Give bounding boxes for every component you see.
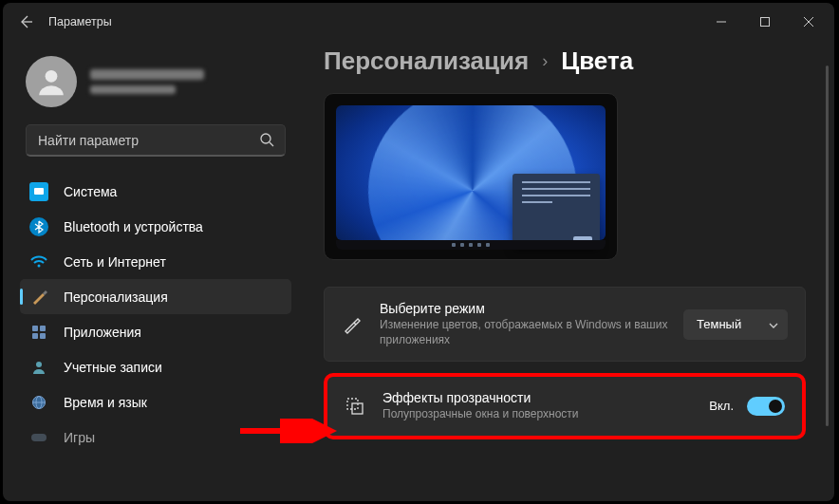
- globe-icon: [29, 393, 48, 412]
- svg-rect-7: [32, 333, 38, 339]
- svg-rect-5: [32, 326, 38, 331]
- transparency-card[interactable]: Эффекты прозрачности Полупрозрачные окна…: [324, 373, 806, 439]
- settings-window: Параметры: [3, 3, 834, 501]
- chevron-right-icon: ›: [542, 51, 548, 71]
- nav-personalization[interactable]: Персонализация: [20, 279, 291, 314]
- toggle-label: Вкл.: [709, 399, 734, 413]
- nav-accounts[interactable]: Учетные записи: [20, 349, 291, 384]
- search-box[interactable]: [26, 124, 286, 157]
- maximize-button[interactable]: [743, 3, 787, 41]
- bluetooth-icon: [29, 217, 48, 236]
- breadcrumb-parent[interactable]: Персонализация: [324, 47, 529, 76]
- avatar: [26, 56, 77, 107]
- breadcrumb: Персонализация › Цвета: [324, 47, 806, 76]
- mode-value: Темный: [697, 317, 741, 331]
- svg-rect-12: [31, 434, 47, 441]
- close-icon: [804, 17, 813, 27]
- nav-system[interactable]: Система: [20, 174, 291, 209]
- nav: Система Bluetooth и устройства Сеть и Ин…: [20, 174, 291, 455]
- theme-preview: [324, 93, 618, 260]
- user-profile[interactable]: [20, 48, 291, 115]
- wifi-icon: [29, 252, 48, 271]
- sidebar: Система Bluetooth и устройства Сеть и Ин…: [3, 41, 297, 501]
- mode-title: Выберите режим: [380, 301, 683, 316]
- nav-label: Система: [64, 184, 117, 199]
- person-icon: [35, 65, 67, 98]
- window-title: Параметры: [48, 15, 112, 28]
- minimize-icon: [717, 17, 726, 27]
- nav-time-language[interactable]: Время и язык: [20, 384, 291, 420]
- user-email: [90, 85, 176, 94]
- apps-icon: [29, 323, 48, 342]
- back-button[interactable]: [7, 3, 45, 41]
- titlebar: Параметры: [3, 3, 834, 41]
- display-icon: [29, 182, 48, 201]
- nav-label: Время и язык: [64, 395, 147, 410]
- nav-apps[interactable]: Приложения: [20, 314, 291, 349]
- maximize-icon: [760, 17, 770, 27]
- svg-point-1: [46, 70, 58, 83]
- svg-rect-0: [761, 18, 770, 27]
- svg-point-9: [36, 362, 42, 367]
- nav-label: Персонализация: [64, 289, 168, 305]
- search-input[interactable]: [26, 124, 286, 157]
- transparency-title: Эффекты прозрачности: [382, 390, 709, 405]
- nav-label: Игры: [64, 430, 95, 445]
- transparency-subtitle: Полупрозрачные окна и поверхности: [382, 407, 709, 422]
- mode-dropdown[interactable]: Темный: [683, 309, 788, 340]
- account-icon: [29, 358, 48, 377]
- nav-bluetooth[interactable]: Bluetooth и устройства: [20, 209, 291, 244]
- main-panel: Персонализация › Цвета Выберите режим: [297, 41, 834, 501]
- svg-rect-8: [40, 333, 46, 339]
- nav-label: Сеть и Интернет: [64, 254, 166, 270]
- nav-gaming[interactable]: Игры: [20, 420, 291, 455]
- svg-point-4: [38, 264, 41, 267]
- scrollbar[interactable]: [826, 65, 829, 426]
- svg-point-2: [261, 134, 270, 143]
- nav-network[interactable]: Сеть и Интернет: [20, 244, 291, 279]
- search-icon: [259, 132, 274, 151]
- choose-mode-card[interactable]: Выберите режим Изменение цветов, отображ…: [324, 287, 806, 362]
- user-name: [90, 69, 204, 80]
- minimize-button[interactable]: [699, 3, 743, 41]
- transparency-toggle[interactable]: [747, 397, 785, 416]
- brush-outline-icon: [342, 314, 363, 335]
- transparency-icon: [345, 396, 365, 417]
- svg-rect-3: [34, 188, 44, 195]
- arrow-left-icon: [18, 14, 33, 29]
- close-button[interactable]: [787, 3, 830, 41]
- mode-subtitle: Изменение цветов, отображаемых в Windows…: [380, 318, 683, 347]
- brush-icon: [29, 288, 48, 307]
- games-icon: [29, 428, 48, 447]
- nav-label: Приложения: [64, 325, 141, 340]
- svg-rect-6: [40, 326, 46, 331]
- nav-label: Учетные записи: [64, 360, 162, 375]
- preview-card: [513, 174, 600, 248]
- chevron-down-icon: [769, 317, 778, 331]
- breadcrumb-current: Цвета: [561, 47, 633, 76]
- nav-label: Bluetooth и устройства: [64, 219, 203, 234]
